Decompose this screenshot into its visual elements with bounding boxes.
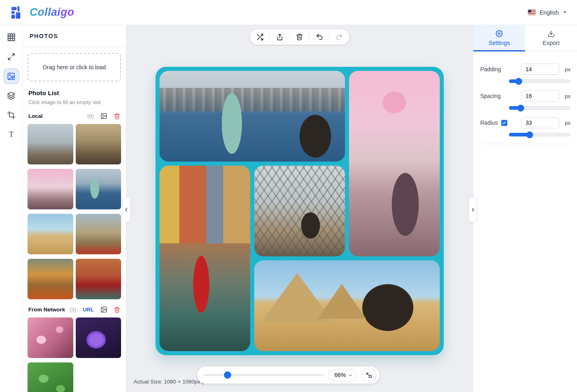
add-image-icon[interactable] [100,306,107,313]
collage-slot-taj-mahal[interactable] [349,71,440,256]
trash-icon [296,33,303,40]
network-count: (3) [70,307,77,313]
editor-canvas: Actual Size: 1080 × 1080px ( 66% [126,25,473,392]
chevron-down-icon [563,11,566,13]
collapse-left-panel-button[interactable] [122,197,130,222]
app-title: Collaigo [30,6,75,19]
radius-slider-thumb[interactable] [526,131,533,138]
zoom-slider[interactable] [204,374,324,376]
thumb-pink-blossoms[interactable] [28,317,73,358]
zoom-value-label: 66% [334,372,346,378]
photos-panel-body: Drag here or click to load Photo List Cl… [23,47,126,392]
image-upload-icon [7,72,15,81]
local-group-label: Local [28,113,43,119]
undo-button[interactable] [310,29,330,45]
padding-label: Padding [480,66,501,72]
check-icon [502,121,507,125]
chevron-right-icon [471,207,475,212]
spacing-label: Spacing [480,93,501,99]
photos-panel-title: PHOTOS [23,25,126,47]
radius-checkbox[interactable] [501,120,507,126]
download-icon [547,30,555,37]
thumb-venice-red-dress[interactable] [76,259,121,299]
resize-tool[interactable] [4,49,19,64]
thumb-eiffel-tower-girl[interactable] [28,124,73,164]
collage-slot-statue-of-liberty[interactable] [160,71,345,162]
spacing-unit: px [561,93,571,99]
padding-slider-thumb[interactable] [515,78,522,85]
thumb-pyramids-girl-hat[interactable] [28,214,73,254]
fit-view-icon [366,372,373,379]
fit-view-button[interactable] [362,368,377,383]
upload-dropzone[interactable]: Drag here or click to load [28,53,121,81]
spacing-slider[interactable] [509,106,570,110]
text-icon: T [7,130,16,139]
crop-tool[interactable] [4,107,19,123]
zoom-bar: 66% [197,366,379,383]
svg-text:T: T [9,130,14,138]
settings-panel: Settings Export Padding px Spacing px [473,25,577,392]
chevron-down-icon [348,373,353,377]
tab-export-label: Export [543,40,560,46]
padding-unit: px [561,66,571,72]
network-group-header: From Network (3) URL [28,306,121,313]
thumb-purple-flower[interactable] [76,317,121,358]
url-link[interactable]: URL [83,307,94,313]
tab-settings[interactable]: Settings [473,25,525,51]
layers-tool[interactable] [4,88,19,103]
delete-button[interactable] [290,29,310,45]
collage-slot-eiffel-tower[interactable] [254,166,345,256]
spacing-slider-thumb[interactable] [517,104,524,111]
upload-button[interactable] [270,29,290,45]
tool-rail: T [0,25,23,392]
dropzone-label: Drag here or click to load [43,64,106,70]
padding-input[interactable] [521,64,559,75]
language-label: English [539,9,559,16]
spacing-control: Spacing px [480,90,571,110]
radius-label: Radius [480,119,507,126]
zoom-value-button[interactable]: 66% [328,369,357,381]
thumb-taj-mahal-girl[interactable] [28,169,73,209]
app-logo-icon [11,6,24,19]
photos-panel: PHOTOS Drag here or click to load Photo … [23,25,126,392]
crop-icon [7,111,15,119]
radius-slider[interactable] [509,133,570,136]
photo-list-title: Photo List [28,89,121,97]
add-image-icon[interactable] [100,113,107,119]
collage-slot-venice-red-dress[interactable] [160,166,250,351]
grid-icon [7,33,16,42]
padding-slider[interactable] [509,79,570,83]
collage-controls: Padding px Spacing px Radius [473,51,577,136]
network-group-label: From Network [28,307,65,313]
delete-local-icon[interactable] [114,113,120,119]
text-tool[interactable]: T [4,127,19,142]
thumb-sagrada-familia-girl[interactable] [76,124,121,164]
thumb-statue-of-liberty-selfie[interactable] [76,169,121,209]
radius-input[interactable] [521,117,559,128]
thumb-green-clover[interactable] [28,362,73,392]
thumb-machu-picchu-girl[interactable] [28,259,73,299]
redo-button[interactable] [330,29,349,45]
local-count: (8) [87,113,94,119]
layers-icon [7,92,15,100]
zoom-slider-thumb[interactable] [224,371,231,379]
shuffle-icon [256,33,264,41]
radius-unit: px [561,120,571,126]
tab-export[interactable]: Export [525,25,577,51]
collage-slot-pyramids[interactable] [254,260,440,351]
language-selector[interactable]: English [528,9,566,16]
photos-tool[interactable] [4,68,19,84]
upload-icon [276,33,283,41]
spacing-input[interactable] [521,90,559,102]
thumb-big-ben-girl[interactable] [76,214,121,254]
canvas-toolbar [250,29,349,45]
grid-layout-tool[interactable] [4,30,19,45]
brand: Collaigo [11,6,75,19]
delete-network-icon[interactable] [114,307,120,313]
actual-size-label: Actual Size: 1080 × 1080px ( [134,379,204,385]
collapse-right-panel-button[interactable] [469,197,477,222]
shuffle-button[interactable] [250,29,270,45]
undo-icon [315,33,323,41]
local-group-header: Local (8) [28,113,121,119]
chevron-left-icon [124,207,129,212]
